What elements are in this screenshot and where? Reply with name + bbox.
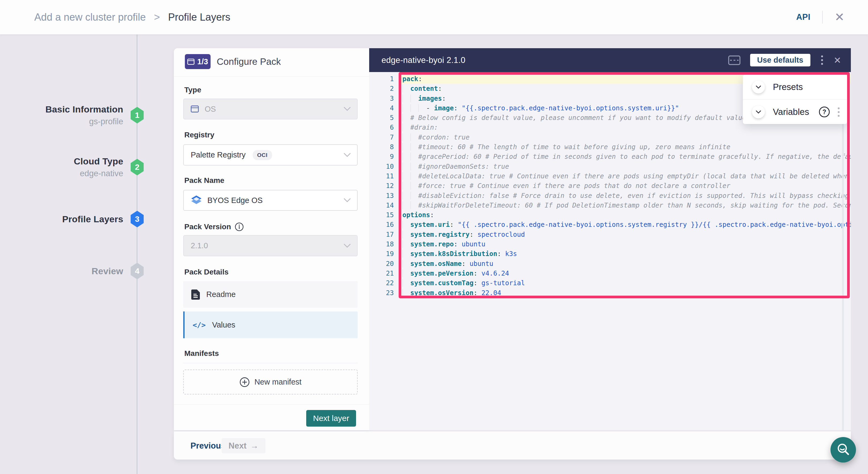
stepper-item-basic-information[interactable]: Basic Informationgs-profile1 — [16, 101, 145, 129]
code-line[interactable]: #skipWaitForDeleteTimeout: 60 # If pod D… — [399, 200, 851, 210]
stepper-item-profile-layers[interactable]: Profile Layers3 — [16, 205, 145, 233]
configure-pack-panel: 1/3 Configure Pack Type OS Registry Pale… — [174, 48, 369, 430]
editor-actions: Use defaults ✕ — [728, 54, 841, 66]
chevron-down-icon — [344, 153, 351, 157]
editor-kebab-menu-icon[interactable] — [820, 54, 824, 66]
manifests-label: Manifests — [184, 349, 219, 358]
os-type-icon — [191, 105, 199, 113]
code-line[interactable]: #timeout: 60 # The length of time to wai… — [399, 142, 851, 152]
stepper-item-review[interactable]: Review4 — [16, 257, 145, 285]
next-layer-button[interactable]: Next layer — [306, 410, 356, 426]
api-link[interactable]: API — [796, 12, 810, 22]
stepper: Basic Informationgs-profile1Cloud Typeed… — [16, 34, 145, 275]
step-sublabel: gs-profile — [45, 117, 123, 126]
help-icon[interactable]: ? — [819, 106, 830, 117]
next-button[interactable]: Next → — [222, 438, 266, 453]
line-number: 4 — [369, 103, 394, 113]
variables-row[interactable]: Variables ? — [743, 100, 847, 124]
yaml-editor: 1234567891011121314151617181920212223 pa… — [369, 72, 851, 430]
window-icon — [187, 59, 194, 65]
header-divider — [822, 11, 823, 24]
editor-header: edge-native-byoi 2.1.0 Use defaults ✕ — [369, 48, 851, 72]
type-select[interactable]: OS — [183, 99, 358, 120]
step-label: Review — [92, 266, 123, 276]
form-footer-divider — [174, 404, 369, 405]
line-number: 1 — [369, 74, 394, 84]
code-line[interactable]: #ignoreDaemonSets: true — [399, 162, 851, 171]
line-number: 13 — [369, 191, 394, 200]
code-line[interactable]: system.peVersion: v4.6.24 — [399, 268, 851, 278]
line-number: 5 — [369, 113, 394, 123]
code-line[interactable]: #cordon: true — [399, 132, 851, 142]
variables-label: Variables — [773, 107, 809, 117]
code-line[interactable]: #disableEviction: false # Force drain to… — [399, 191, 851, 200]
search-fab[interactable] — [831, 437, 856, 463]
close-icon[interactable]: ✕ — [835, 11, 844, 23]
variables-kebab-menu-icon[interactable] — [837, 106, 841, 118]
registry-label: Registry — [184, 131, 214, 139]
code-line[interactable]: #force: true # Continue even if there ar… — [399, 181, 851, 191]
code-line[interactable]: system.registry: spectrocloud — [399, 230, 851, 240]
code-line[interactable]: system.k8sDistribution: k3s — [399, 249, 851, 259]
editor-scrollbar[interactable] — [842, 72, 844, 430]
code-line[interactable]: system.osVersion: 22.04 — [399, 288, 851, 298]
step-text: Basic Informationgs-profile — [45, 104, 123, 126]
oci-badge: OCI — [253, 150, 272, 160]
step-text: Cloud Typeedge-native — [74, 156, 123, 178]
line-number: 6 — [369, 123, 394, 132]
editor-close-icon[interactable]: ✕ — [834, 56, 841, 65]
stepper-item-cloud-type[interactable]: Cloud Typeedge-native2 — [16, 153, 145, 181]
step-text: Profile Layers — [62, 214, 123, 224]
readme-tab-label: Readme — [206, 290, 236, 299]
line-number: 11 — [369, 171, 394, 181]
code-line[interactable]: #deleteLocalData: true # Continue even i… — [399, 171, 851, 181]
new-manifest-label: New manifest — [254, 378, 302, 386]
pack-version-select[interactable]: 2.1.0 — [183, 235, 358, 256]
info-icon[interactable] — [235, 222, 244, 231]
step-label: Cloud Type — [74, 156, 123, 166]
type-value: OS — [205, 105, 216, 114]
type-label: Type — [184, 86, 201, 94]
diff-compare-icon[interactable] — [728, 56, 741, 65]
presets-row[interactable]: Presets — [743, 75, 847, 99]
document-icon — [191, 289, 200, 300]
code-line[interactable]: #gracePeriod: 60 # Period of time in sec… — [399, 152, 851, 161]
line-number: 16 — [369, 220, 394, 229]
variables-expand-button[interactable] — [752, 105, 765, 118]
line-number: 20 — [369, 259, 394, 268]
presets-expand-button[interactable] — [752, 81, 765, 93]
breadcrumb: Add a new cluster profile > Profile Laye… — [34, 0, 230, 34]
line-number: 19 — [369, 249, 394, 259]
breadcrumb-current: Profile Layers — [168, 11, 230, 23]
wizard-footer: Previous Next → — [174, 431, 851, 460]
pack-name-select[interactable]: BYOS Edge OS — [183, 190, 358, 211]
readme-tab[interactable]: Readme — [183, 281, 358, 308]
code-line[interactable]: system.uri: "{{ .spectro.pack.edge-nativ… — [399, 220, 851, 229]
pack-version-value: 2.1.0 — [191, 241, 208, 250]
use-defaults-button[interactable]: Use defaults — [750, 54, 810, 66]
line-number: 18 — [369, 240, 394, 249]
code-icon: </> — [193, 321, 206, 329]
step-number-hexagon: 4 — [130, 263, 145, 279]
step-text: Review — [92, 266, 123, 276]
step-number-hexagon: 2 — [130, 159, 145, 176]
step-sublabel: edge-native — [74, 169, 123, 178]
line-number: 23 — [369, 288, 394, 298]
line-number: 2 — [369, 84, 394, 93]
code-line[interactable]: options: — [399, 210, 851, 220]
line-number: 14 — [369, 200, 394, 210]
pack-version-label-text: Pack Version — [184, 223, 231, 231]
breadcrumb-section[interactable]: Add a new cluster profile — [34, 11, 146, 23]
new-manifest-button[interactable]: New manifest — [183, 370, 358, 394]
plus-circle-icon — [240, 377, 250, 387]
registry-select[interactable]: Palette Registry OCI — [183, 144, 358, 165]
editor-title: edge-native-byoi 2.1.0 — [381, 56, 465, 65]
code-line[interactable]: system.osName: ubuntu — [399, 259, 851, 268]
code-line[interactable]: system.repo: ubuntu — [399, 240, 851, 249]
values-tab[interactable]: </> Values — [183, 311, 358, 338]
presets-label: Presets — [773, 82, 803, 92]
presets-variables-panel: Presets Variables ? — [743, 75, 847, 124]
code-line[interactable]: system.customTag: gs-tutorial — [399, 278, 851, 288]
line-number: 9 — [369, 152, 394, 161]
line-number: 12 — [369, 181, 394, 191]
